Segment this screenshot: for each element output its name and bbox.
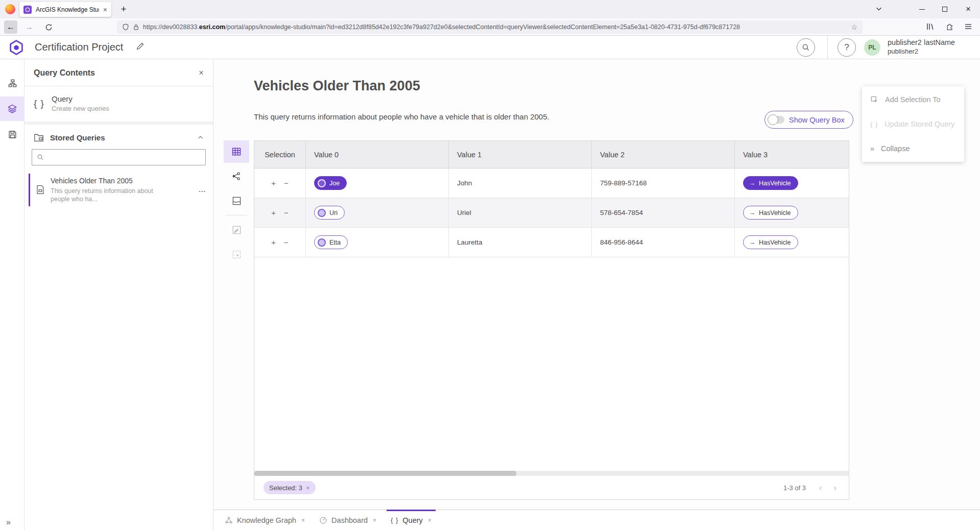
tab-query[interactable]: { } Query × <box>384 510 439 530</box>
remove-from-selection-icon[interactable]: − <box>284 208 289 217</box>
header-divider <box>827 36 828 59</box>
tab-close-icon[interactable]: × <box>103 6 107 14</box>
bookmark-star-icon[interactable]: ☆ <box>851 23 857 31</box>
column-header-selection[interactable]: Selection <box>254 141 306 168</box>
bottom-tabbar: Knowledge Graph × Dashboard × { } Query … <box>213 510 980 530</box>
forward-button[interactable]: → <box>22 20 36 34</box>
column-header-value2[interactable]: Value 2 <box>592 141 735 168</box>
tab-dashboard[interactable]: Dashboard × <box>312 510 384 530</box>
relationship-arrow-icon: → <box>749 179 755 187</box>
browser-tab[interactable]: ArcGIS Knowledge Studio × <box>19 2 111 17</box>
new-tab-button[interactable]: + <box>117 3 130 15</box>
app-header: Certification Project ? PL publisher2 la… <box>0 36 980 59</box>
tab-close-icon[interactable]: × <box>373 517 376 524</box>
app-menu-icon[interactable] <box>964 22 972 31</box>
remove-from-selection-icon[interactable]: − <box>284 179 289 187</box>
layers-icon[interactable] <box>0 97 25 121</box>
value2-cell: 578-654-7854 <box>592 198 735 227</box>
relationship-cell: →HasVehicle <box>735 228 849 257</box>
save-icon[interactable] <box>0 122 25 147</box>
entity-pill[interactable]: Uri <box>314 206 345 220</box>
add-to-selection-icon[interactable]: + <box>271 238 276 247</box>
window-minimize-button[interactable] <box>910 0 934 18</box>
edit-title-pencil-icon[interactable] <box>136 42 145 51</box>
panel-header: Query Contents × <box>25 60 213 86</box>
relationship-pill[interactable]: →HasVehicle <box>743 176 798 190</box>
entity-pill[interactable]: Joe <box>314 176 347 190</box>
entity-node-icon <box>318 209 326 217</box>
tab-knowledge-graph[interactable]: Knowledge Graph × <box>218 510 312 530</box>
more-options-icon[interactable]: ... <box>199 186 206 203</box>
new-query-item[interactable]: { } Query Create new queries <box>25 86 213 125</box>
value1-cell: Lauretta <box>449 228 592 257</box>
toggle-knob[interactable] <box>768 114 778 125</box>
menu-item-add-selection-to[interactable]: Add Selection To <box>862 87 964 112</box>
expand-rail-button[interactable]: » <box>0 518 25 527</box>
collapse-section-chevron-icon[interactable] <box>197 134 204 141</box>
back-button[interactable]: ← <box>4 20 17 34</box>
url-text: https://dev0028833.esri.com/portal/apps/… <box>143 23 847 31</box>
selection-tool-icon[interactable] <box>224 243 249 266</box>
column-header-value1[interactable]: Value 1 <box>449 141 592 168</box>
menu-item-collapse[interactable]: » Collapse <box>862 136 964 161</box>
new-query-subtitle: Create new queries <box>52 105 109 112</box>
firefox-icon[interactable] <box>5 4 15 14</box>
panel-close-icon[interactable]: × <box>199 68 204 78</box>
shield-icon[interactable] <box>122 23 129 31</box>
add-to-map-icon[interactable] <box>224 219 249 241</box>
show-query-box-toggle[interactable]: Show Query Box <box>764 111 853 129</box>
list-tabs-chevron-icon[interactable] <box>875 5 882 12</box>
folder-icon <box>34 133 44 142</box>
menu-item-update-stored-query[interactable]: { } Update Stored Query <box>862 112 964 136</box>
tab-close-icon[interactable]: × <box>301 517 305 524</box>
browser-navbar: ← → https://dev0028833.esri.com/portal/a… <box>0 18 980 36</box>
table-row: + − Etta Lauretta 846-956-8644 →HasVehic… <box>254 228 849 257</box>
library-icon[interactable] <box>926 22 935 31</box>
braces-icon: { } <box>34 98 44 109</box>
add-to-selection-icon[interactable]: + <box>271 179 276 187</box>
stored-query-document-icon <box>36 185 44 203</box>
remove-from-selection-icon[interactable]: − <box>284 238 289 247</box>
context-menu: Add Selection To { } Update Stored Query… <box>862 86 964 162</box>
relationship-pill[interactable]: →HasVehicle <box>743 206 798 220</box>
lock-icon[interactable] <box>133 24 139 31</box>
toggle-label: Show Query Box <box>789 116 845 124</box>
double-chevron-icon: » <box>870 144 874 153</box>
browser-tabbar: ArcGIS Knowledge Studio × + × <box>0 0 980 18</box>
relationship-pill[interactable]: →HasVehicle <box>743 235 798 249</box>
selected-indicator <box>29 174 30 206</box>
window-maximize-button[interactable] <box>933 0 957 18</box>
tab-close-icon[interactable]: × <box>428 517 432 524</box>
window-close-button[interactable]: × <box>957 0 980 18</box>
column-header-value3[interactable]: Value 3 <box>735 141 849 168</box>
table-row: + − Joe John 759-889-57168 →HasVehicle <box>254 168 849 198</box>
search-icon <box>37 154 44 161</box>
search-input[interactable] <box>48 154 201 161</box>
add-to-selection-icon[interactable]: + <box>271 208 276 217</box>
previous-page-icon[interactable]: ‹ <box>819 483 822 493</box>
entity-node-icon <box>318 238 326 247</box>
clear-selection-icon[interactable]: × <box>306 484 310 492</box>
table-view-icon[interactable] <box>224 140 249 163</box>
selected-count-chip[interactable]: Selected: 3 × <box>264 481 316 494</box>
extensions-icon[interactable] <box>946 22 954 31</box>
toggle-track[interactable] <box>769 116 784 124</box>
column-header-value0[interactable]: Value 0 <box>306 141 449 168</box>
search-button[interactable] <box>797 38 815 57</box>
entity-pill[interactable]: Etta <box>314 235 348 249</box>
reload-button[interactable] <box>42 20 55 34</box>
map-view-icon[interactable] <box>224 189 249 212</box>
help-button[interactable]: ? <box>838 38 856 57</box>
user-menu[interactable]: publisher2 lastName publisher2 <box>888 38 955 56</box>
sitemap-icon[interactable] <box>0 71 25 95</box>
link-chart-view-icon[interactable] <box>224 165 249 187</box>
stored-queries-header[interactable]: Stored Queries <box>25 125 213 147</box>
entity-cell: Etta <box>306 228 449 257</box>
selection-cell: + − <box>254 198 306 227</box>
next-page-icon[interactable]: › <box>833 483 836 493</box>
user-avatar[interactable]: PL <box>864 39 880 56</box>
stored-query-item[interactable]: Vehicles Older Than 2005 This query retu… <box>25 171 213 209</box>
value2-cell: 759-889-57168 <box>592 168 735 198</box>
url-bar[interactable]: https://dev0028833.esri.com/portal/apps/… <box>117 20 863 34</box>
stored-queries-search[interactable] <box>32 149 206 165</box>
